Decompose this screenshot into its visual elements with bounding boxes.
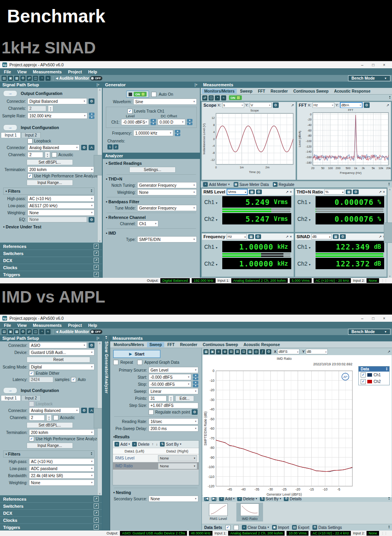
- accordion-triggers[interactable]: Triggers↗: [0, 271, 102, 278]
- spinner[interactable]: ▴▾: [46, 414, 52, 421]
- auto-range-icon[interactable]: A: [89, 145, 94, 150]
- fit-icon[interactable]: ⊟: [241, 349, 246, 354]
- result-thumbnail-rms-level[interactable]: RMS Level: [205, 503, 232, 521]
- meter-close-icon[interactable]: ×: [290, 190, 292, 194]
- menu-help[interactable]: Help: [88, 323, 97, 328]
- tab-input-1[interactable]: Input 1: [1, 132, 21, 138]
- settings-button[interactable]: Settings...: [129, 167, 176, 173]
- ch1-visibility-checkbox[interactable]: ✓: [361, 372, 366, 377]
- result-row-imd-ratio[interactable]: IMD RatioNone▾: [113, 462, 199, 470]
- edit-button[interactable]: Edit...: [175, 396, 194, 401]
- loopback-checkbox[interactable]: [29, 401, 34, 407]
- analog-balanced-select[interactable]: Analog Balanced▾: [27, 144, 80, 151]
- popout-icon[interactable]: ↗: [94, 510, 99, 516]
- meter-display-icon[interactable]: ▦: [333, 234, 339, 239]
- regulate-button[interactable]: ▶ Regulate: [273, 182, 294, 187]
- none-input[interactable]: None: [27, 217, 87, 222]
- channel-select[interactable]: Ch2 ▾: [204, 216, 221, 222]
- 192-000-khz-select[interactable]: 192.000 kHz▾: [27, 113, 87, 119]
- accordion-switchers[interactable]: Switchers↗: [0, 502, 102, 509]
- accordion-references[interactable]: References↗: [0, 242, 102, 250]
- 50-000-dbfs-select[interactable]: -50.000 dBFS▾: [149, 381, 191, 387]
- accordion-clocks[interactable]: Clocks↗: [0, 264, 102, 271]
- meter-expand-icon[interactable]: ↗: [379, 235, 382, 239]
- menu-file[interactable]: File: [4, 323, 11, 328]
- tab-continuous-sweep[interactable]: Continuous Sweep: [291, 89, 331, 94]
- popout-icon[interactable]: ↗: [94, 272, 99, 277]
- meter-expand-icon[interactable]: ↗: [286, 190, 289, 194]
- tab-acoustic-response[interactable]: Acoustic Response: [241, 342, 282, 347]
- menu-help[interactable]: Help: [88, 69, 97, 74]
- menu-measurements[interactable]: Measurements: [33, 69, 62, 74]
- accordion-clocks[interactable]: Clocks↗: [0, 516, 102, 523]
- asio-select[interactable]: ASIO▾: [29, 342, 87, 348]
- 2-input[interactable]: 2: [29, 415, 45, 421]
- show-generator-analyzer-strip[interactable]: ▾ Show Generator/Analyzer: [103, 335, 110, 531]
- scope-y-units-select[interactable]: V▾: [250, 102, 272, 108]
- monitors-icon[interactable]: ◫: [33, 76, 38, 81]
- signal-path-icon[interactable]: ⇄: [202, 95, 207, 100]
- table-icon[interactable]: ▦: [247, 349, 252, 354]
- meter-settings-gear-icon[interactable]: ⚙: [255, 234, 261, 239]
- tab-fft[interactable]: FFT: [256, 89, 267, 94]
- append-graph-data-checkbox[interactable]: [137, 360, 142, 365]
- acoustic-checkbox[interactable]: [53, 415, 58, 420]
- clear-data-button[interactable]: ×Clear Data▾: [242, 525, 269, 530]
- menu-project[interactable]: Project: [68, 69, 82, 74]
- save-project-icon[interactable]: ▦: [14, 76, 19, 81]
- linear-select[interactable]: Linear▾: [149, 388, 198, 394]
- tab-recorder[interactable]: Recorder: [268, 89, 290, 94]
- tab-fft[interactable]: FFT: [165, 342, 177, 347]
- meter-display-icon[interactable]: ▦: [248, 234, 254, 239]
- frequency-select[interactable]: 1.00000 kHz▾: [133, 130, 173, 136]
- gear-icon[interactable]: ⚙: [81, 145, 87, 150]
- channel-select[interactable]: Ch1 ▾: [298, 244, 314, 250]
- accordion-dcx[interactable]: DCX↗: [0, 257, 102, 264]
- accordion-triggers[interactable]: Triggers↗: [0, 523, 102, 531]
- delete-result-button[interactable]: ×Delete: [132, 442, 149, 447]
- fft-x-units-select[interactable]: Hz▾: [312, 102, 334, 108]
- menu-project[interactable]: Project: [68, 323, 82, 328]
- gustard-usb-audi-select[interactable]: Gustard USB Audi...▾: [29, 349, 94, 356]
- open-project-icon[interactable]: ▣: [8, 76, 13, 81]
- scope-x-units-select[interactable]: s▾: [222, 102, 244, 108]
- open-project-icon[interactable]: ▣: [8, 329, 13, 334]
- frequency-spinner[interactable]: ▲▼: [175, 130, 180, 136]
- pin-icon[interactable]: ▾: [91, 452, 92, 456]
- ch1-level-spinner[interactable]: ▲▼: [151, 119, 156, 125]
- latency-auto-checkbox[interactable]: ✓: [71, 377, 76, 382]
- reset-button[interactable]: Reset: [27, 357, 90, 363]
- none-select[interactable]: None▾: [149, 496, 198, 502]
- 0-000-dbfs-select[interactable]: -0.000 dBFS▾: [149, 374, 191, 380]
- scope-expand-icon[interactable]: ↗: [291, 103, 294, 107]
- gear-icon[interactable]: ⚙: [89, 217, 94, 222]
- bench-mode-button[interactable]: Bench Mode▼: [348, 75, 390, 81]
- adc-passband-select[interactable]: ADC passband▾: [29, 465, 94, 472]
- autohide-pin-icon[interactable]: ▾: [388, 526, 390, 529]
- meter-unit-select[interactable]: Vrms▾: [227, 189, 248, 195]
- title-bar[interactable]: Ap Project.approjx - APx500 v6.0 – □ ×: [0, 61, 392, 68]
- generator-frequency-select[interactable]: Generator Frequency▾: [137, 182, 197, 188]
- settings-gear-icon[interactable]: ⚙: [20, 329, 25, 334]
- scrollbar[interactable]: ∧∨: [97, 88, 102, 242]
- popout-icon[interactable]: ↗: [94, 525, 99, 530]
- input-range-button[interactable]: Input Range...: [27, 443, 73, 448]
- gear-icon[interactable]: ⚙: [89, 98, 94, 104]
- generator-channel-2-button[interactable]: 2: [113, 144, 118, 149]
- meter-unit-select[interactable]: Hz▾: [227, 234, 247, 239]
- tab-input-2[interactable]: Input 2: [21, 395, 41, 401]
- sweep-graph-icon[interactable]: ≈: [45, 329, 51, 334]
- gear-icon[interactable]: ⚙: [81, 408, 87, 413]
- 200-kohm-select[interactable]: 200 kohm▾: [27, 166, 94, 173]
- graph-x-units-select[interactable]: dBFS▾: [278, 349, 299, 354]
- repeat-checkbox[interactable]: [113, 360, 118, 365]
- dc-offset-spinner[interactable]: ▲▼: [187, 119, 192, 125]
- data2-select[interactable]: None▾: [158, 455, 197, 461]
- autohide-pin-icon[interactable]: ▾: [389, 96, 390, 99]
- generator-on-toggle[interactable]: ON: [126, 91, 149, 98]
- result-thumbnail-imd-ratio[interactable]: IMD Ratio: [236, 503, 263, 521]
- graph-y-units-select[interactable]: dB▾: [306, 349, 328, 354]
- tab-monitors-meters[interactable]: Monitors/Meters: [111, 342, 146, 347]
- autohide-pin-icon[interactable]: ▾: [388, 497, 390, 500]
- close-button[interactable]: ×: [379, 316, 390, 321]
